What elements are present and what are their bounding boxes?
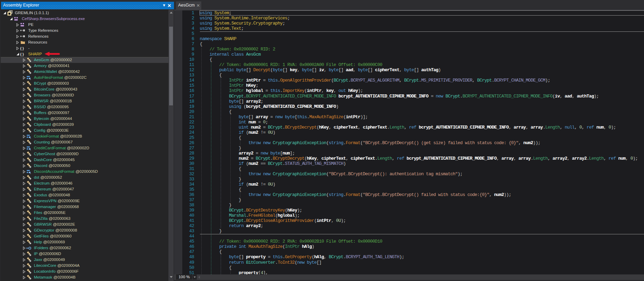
svg-text:{ }: { } <box>20 52 24 56</box>
svg-text:{ }: { } <box>20 46 24 50</box>
